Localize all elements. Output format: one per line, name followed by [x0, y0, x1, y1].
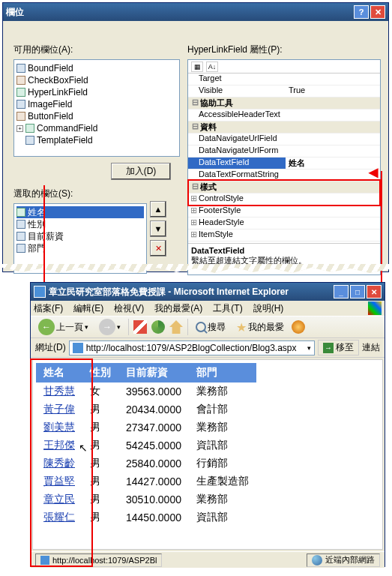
help-button[interactable]: ? — [354, 5, 369, 19]
table-row: 章立民男30510.0000業務部 — [36, 490, 256, 508]
dept-cell: 行銷部 — [189, 454, 256, 472]
gender-cell: 男 — [82, 508, 118, 526]
menu-help[interactable]: 說明(H) — [253, 302, 284, 315]
dept-cell: 業務部 — [189, 418, 256, 436]
table-row: 王邦傑男54245.0000資訊部 — [36, 436, 256, 454]
salary-cell: 14450.0000 — [118, 508, 189, 526]
dialog-title: 欄位 — [6, 6, 24, 19]
menu-view[interactable]: 檢視(V) — [114, 302, 144, 315]
dropdown-icon[interactable]: ▾ — [307, 344, 311, 352]
home-icon[interactable] — [169, 320, 183, 334]
go-icon: → — [323, 343, 334, 353]
forward-button[interactable]: →▾ — [96, 317, 124, 337]
tree-item: ImageField — [16, 98, 177, 110]
field-icon — [16, 244, 25, 253]
tree-item: TemplateField — [16, 134, 177, 146]
menu-bar: 檔案(F) 編輯(E) 檢視(V) 我的最愛(A) 工具(T) 說明(H) — [31, 301, 385, 316]
available-fields-tree[interactable]: BoundField CheckBoxField HyperLinkField … — [13, 59, 180, 157]
selected-fields-label: 選取的欄位(S): — [13, 188, 180, 200]
refresh-icon[interactable] — [151, 320, 165, 334]
page-content: 姓名 性別 目前薪資 部門 甘秀慧女39563.0000業務部黃子偉男20434… — [32, 359, 383, 550]
gender-cell: 男 — [82, 472, 118, 490]
menu-favorites[interactable]: 我的最愛(A) — [154, 302, 202, 315]
menu-tools[interactable]: 工具(T) — [213, 302, 242, 315]
table-row: 賈益堅男14427.0000生產製造部 — [36, 472, 256, 490]
dept-cell: 業務部 — [189, 490, 256, 508]
list-item: 目前薪資 — [16, 230, 144, 242]
back-button[interactable]: ←上一頁▾ — [35, 317, 91, 337]
name-cell[interactable]: 賈益堅 — [36, 472, 82, 490]
property-grid[interactable]: ▦ A↓ Target VisibleTrue ⊟協助工具 Accessible… — [187, 59, 381, 275]
go-button[interactable]: → 移至 — [318, 340, 359, 356]
close-button[interactable]: ✕ — [370, 5, 385, 19]
field-icon — [16, 220, 25, 229]
table-row: 陳秀齡男25840.0000行銷部 — [36, 454, 256, 472]
address-bar: 網址(D) http://localhost:1079/ASP2BlogColl… — [31, 338, 385, 358]
name-cell[interactable]: 陳秀齡 — [36, 454, 82, 472]
table-row: 黃子偉男20434.0000會計部 — [36, 400, 256, 418]
toolbar: ←上一頁▾ →▾ 搜尋 ★我的最愛 — [31, 316, 385, 338]
links-label[interactable]: 連結 — [362, 341, 380, 354]
field-icon — [16, 64, 25, 73]
tree-item: BoundField — [16, 62, 177, 74]
menu-file[interactable]: 檔案(F) — [34, 302, 63, 315]
stop-icon[interactable] — [133, 320, 147, 334]
gender-cell: 男 — [82, 490, 118, 508]
dept-cell: 業務部 — [189, 382, 256, 400]
name-cell[interactable]: 張耀仁 — [36, 508, 82, 526]
add-button[interactable]: 加入(D) — [111, 163, 171, 180]
field-icon — [16, 100, 25, 109]
tree-item: CheckBoxField — [16, 74, 177, 86]
categorize-icon[interactable]: ▦ — [191, 62, 203, 72]
properties-label: HyperLinkField 屬性(P): — [187, 44, 381, 56]
list-item: 性別 — [16, 218, 144, 230]
fields-dialog: 欄位 ? ✕ 可用的欄位(A): BoundField CheckBoxFiel… — [2, 2, 389, 272]
media-icon[interactable] — [292, 320, 305, 334]
table-row: 甘秀慧女39563.0000業務部 — [36, 382, 256, 400]
search-button[interactable]: 搜尋 — [193, 320, 229, 335]
address-input[interactable]: http://localhost:1079/ASP2BlogCollection… — [69, 340, 315, 356]
selected-fields-list[interactable]: 姓名 性別 目前薪資 部門 — [13, 203, 147, 274]
browser-title: 章立民研究室部落格免費授課 - Microsoft Internet Explo… — [49, 286, 289, 298]
name-cell[interactable]: 甘秀慧 — [36, 382, 82, 400]
ie-icon — [34, 286, 46, 298]
windows-logo-icon — [368, 302, 382, 315]
data-table: 姓名 性別 目前薪資 部門 甘秀慧女39563.0000業務部黃子偉男20434… — [36, 363, 256, 526]
field-icon — [25, 136, 34, 145]
move-down-button[interactable]: ▼ — [150, 220, 166, 237]
gender-cell: 男 — [82, 454, 118, 472]
minimize-button[interactable]: _ — [334, 285, 349, 298]
dept-cell: 會計部 — [189, 400, 256, 418]
name-cell[interactable]: 王邦傑 — [36, 436, 82, 454]
salary-cell: 27347.0000 — [118, 418, 189, 436]
status-bar: http://localhost:1079/ASP2Bl 近端內部網路 — [31, 551, 385, 568]
dept-cell: 資訊部 — [189, 436, 256, 454]
salary-cell: 25840.0000 — [118, 454, 189, 472]
close-button[interactable]: ✕ — [367, 285, 382, 298]
field-icon — [16, 76, 25, 85]
sort-icon[interactable]: A↓ — [206, 62, 218, 72]
name-cell[interactable]: 劉美慧 — [36, 418, 82, 436]
move-up-button[interactable]: ▲ — [150, 201, 166, 218]
favorites-button[interactable]: ★我的最愛 — [233, 319, 287, 336]
tree-item: HyperLinkField — [16, 86, 177, 98]
browser-titlebar: 章立民研究室部落格免費授課 - Microsoft Internet Explo… — [31, 283, 385, 301]
expand-icon[interactable]: + — [16, 125, 23, 132]
page-icon — [73, 343, 83, 353]
salary-cell: 54245.0000 — [118, 436, 189, 454]
maximize-button[interactable]: □ — [350, 285, 365, 298]
name-cell[interactable]: 黃子偉 — [36, 400, 82, 418]
tree-item: +CommandField — [16, 122, 177, 134]
search-icon — [196, 322, 206, 332]
delete-button[interactable]: ✕ — [150, 240, 166, 256]
menu-edit[interactable]: 編輯(E) — [73, 302, 103, 315]
tree-item: ButtonField — [16, 110, 177, 122]
dialog-titlebar: 欄位 ? ✕ — [3, 3, 388, 21]
address-label: 網址(D) — [35, 341, 66, 354]
name-cell[interactable]: 章立民 — [36, 490, 82, 508]
gender-cell: 男 — [82, 418, 118, 436]
salary-cell: 39563.0000 — [118, 382, 189, 400]
gender-cell: 男 — [82, 436, 118, 454]
zone-indicator: 近端內部網路 — [307, 554, 380, 567]
gender-cell: 男 — [82, 400, 118, 418]
